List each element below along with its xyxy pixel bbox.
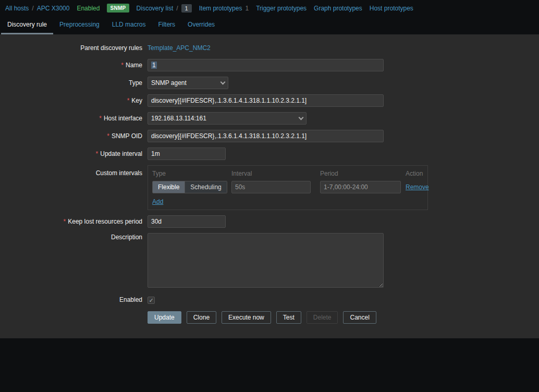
trigger-prototypes-link[interactable]: Trigger prototypes — [256, 5, 307, 12]
tab-discovery-rule[interactable]: Discovery rule — [1, 16, 53, 34]
discovery-rule-form: Parent discovery rules Template_APC_NMC2… — [0, 34, 539, 338]
description-label: Description — [0, 233, 142, 241]
interval-type-toggle: Flexible Scheduling — [152, 181, 227, 193]
snmp-oid-input[interactable]: discovery[{#IFDESCR},.1.3.6.1.4.1.318.1.… — [148, 130, 384, 142]
type-row: Type SNMP agent — [0, 77, 539, 89]
required-asterisk: * — [99, 115, 102, 122]
custom-intervals-header: Type Interval Period Action — [152, 170, 423, 177]
tab-filters[interactable]: Filters — [152, 16, 181, 34]
remove-interval-link[interactable]: Remove — [406, 183, 429, 191]
form-actions: Update Clone Execute now Test Delete Can… — [148, 311, 539, 324]
breadcrumb-all-hosts-link[interactable]: All hosts — [5, 5, 29, 12]
update-button[interactable]: Update — [148, 311, 181, 324]
custom-interval-row: Flexible Scheduling 50s 1-7,00:00-24:00 … — [152, 181, 423, 193]
snmp-oid-label: *SNMP OID — [0, 130, 142, 140]
parent-template-link[interactable]: Template_APC_NMC2 — [148, 44, 211, 52]
key-row: *Key discovery[{#IFDESCR},.1.3.6.1.4.1.3… — [0, 94, 539, 107]
update-interval-input[interactable]: 1m — [148, 148, 226, 160]
keep-lost-row: *Keep lost resources period 30d — [0, 215, 539, 228]
breadcrumb-item-prototypes-group: Item prototypes 1 — [199, 5, 249, 12]
required-asterisk: * — [107, 132, 109, 140]
enabled-row: Enabled ✓ — [0, 295, 539, 304]
parent-discovery-rules-label: Parent discovery rules — [0, 44, 142, 52]
required-asterisk: * — [64, 218, 66, 225]
breadcrumb: All hosts / APC X3000 Enabled SNMP Disco… — [0, 0, 539, 16]
discovery-count-badge: 1 — [181, 4, 192, 13]
cancel-button[interactable]: Cancel — [343, 311, 376, 324]
required-asterisk: * — [121, 62, 124, 69]
host-interface-select-value: 192.168.13.114:161 — [151, 115, 206, 122]
required-asterisk: * — [127, 97, 130, 104]
chevron-down-icon — [220, 79, 226, 84]
type-select[interactable]: SNMP agent — [148, 77, 228, 89]
description-textarea[interactable] — [148, 233, 384, 288]
keep-lost-input[interactable]: 30d — [148, 215, 226, 228]
interval-type-flexible-option[interactable]: Flexible — [153, 181, 185, 193]
key-label: *Key — [0, 94, 142, 104]
keep-lost-label: *Keep lost resources period — [0, 215, 142, 225]
breadcrumb-host-link[interactable]: APC X3000 — [37, 5, 70, 12]
clone-button[interactable]: Clone — [187, 311, 216, 324]
parent-discovery-rules-row: Parent discovery rules Template_APC_NMC2 — [0, 44, 539, 52]
graph-prototypes-link[interactable]: Graph prototypes — [314, 5, 362, 12]
update-interval-row: *Update interval 1m — [0, 148, 539, 160]
name-label: *Name — [0, 59, 142, 69]
custom-intervals-row: Custom intervals Type Interval Period Ac… — [0, 165, 539, 210]
key-input[interactable]: discovery[{#IFDESCR},.1.3.6.1.4.1.318.1.… — [148, 94, 384, 107]
name-input[interactable]: 1 — [148, 59, 384, 71]
name-row: *Name 1 — [0, 59, 539, 71]
breadcrumb-host-group: All hosts / APC X3000 — [5, 5, 69, 12]
execute-now-button[interactable]: Execute now — [222, 311, 271, 324]
type-select-value: SNMP agent — [151, 79, 187, 87]
item-prototypes-count: 1 — [245, 5, 249, 12]
tab-bar: Discovery rule Preprocessing LLD macros … — [0, 16, 539, 34]
discovery-list-link[interactable]: Discovery list — [137, 5, 174, 12]
tab-overrides[interactable]: Overrides — [181, 16, 221, 34]
test-button[interactable]: Test — [276, 311, 301, 324]
type-label: Type — [0, 77, 142, 87]
custom-intervals-label: Custom intervals — [0, 165, 142, 177]
description-row: Description — [0, 233, 539, 289]
enabled-label: Enabled — [0, 295, 142, 303]
column-header-period: Period — [320, 170, 406, 177]
breadcrumb-separator: / — [32, 5, 33, 12]
breadcrumb-discovery-group: Discovery list / 1 — [137, 4, 192, 13]
breadcrumb-separator: / — [176, 5, 178, 12]
add-interval-link[interactable]: Add — [152, 198, 163, 205]
update-interval-label: *Update interval — [0, 148, 142, 157]
custom-period-input[interactable]: 1-7,00:00-24:00 — [320, 181, 401, 193]
column-header-type: Type — [152, 170, 231, 177]
chevron-down-icon — [299, 115, 304, 120]
column-header-action: Action — [406, 170, 423, 177]
host-interface-label: *Host interface — [0, 112, 142, 122]
host-interface-select[interactable]: 192.168.13.114:161 — [148, 112, 307, 125]
interval-type-scheduling-option[interactable]: Scheduling — [185, 181, 226, 193]
tab-lld-macros[interactable]: LLD macros — [106, 16, 152, 34]
host-interface-row: *Host interface 192.168.13.114:161 — [0, 112, 539, 125]
host-status-enabled[interactable]: Enabled — [77, 5, 100, 12]
snmp-oid-row: *SNMP OID discovery[{#IFDESCR},.1.3.6.1.… — [0, 130, 539, 142]
custom-intervals-table: Type Interval Period Action Flexible Sch… — [148, 165, 428, 210]
tab-preprocessing[interactable]: Preprocessing — [53, 16, 106, 34]
required-asterisk: * — [96, 150, 99, 157]
host-prototypes-link[interactable]: Host prototypes — [370, 5, 413, 12]
checkmark-icon: ✓ — [149, 297, 153, 303]
column-header-interval: Interval — [231, 170, 320, 177]
custom-interval-input[interactable]: 50s — [231, 181, 311, 193]
snmp-availability-badge: SNMP — [107, 4, 129, 13]
name-input-selected-text: 1 — [151, 62, 157, 69]
delete-button[interactable]: Delete — [307, 311, 338, 324]
item-prototypes-link[interactable]: Item prototypes — [199, 5, 242, 12]
enabled-checkbox[interactable]: ✓ — [148, 297, 155, 304]
